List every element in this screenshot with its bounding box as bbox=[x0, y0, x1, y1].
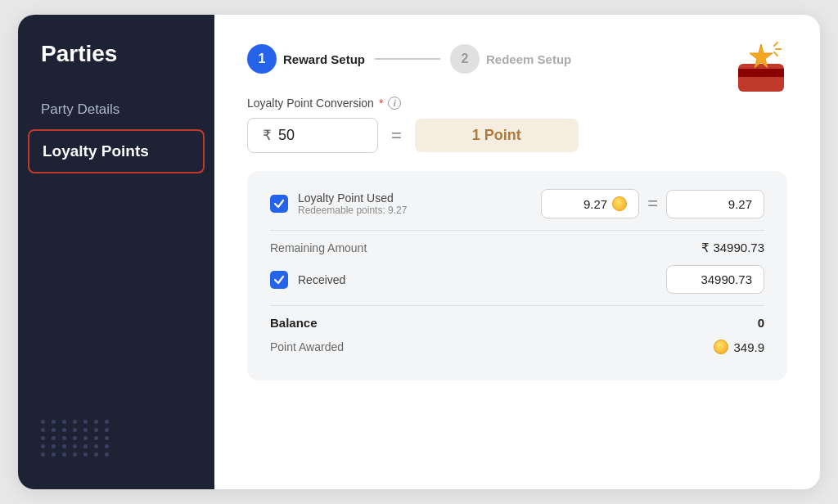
equals-sign: = bbox=[391, 125, 402, 146]
received-checkbox[interactable] bbox=[270, 271, 288, 289]
awarded-coin-icon bbox=[714, 340, 728, 354]
loyalty-value-display: 9.27 bbox=[666, 190, 764, 218]
balance-label: Balance bbox=[270, 316, 318, 330]
loyalty-equals: = bbox=[647, 193, 658, 214]
svg-line-3 bbox=[774, 43, 777, 46]
divider2 bbox=[270, 305, 764, 306]
svg-line-5 bbox=[774, 52, 777, 56]
point-awarded-value: 349.9 bbox=[714, 340, 764, 354]
loyalty-used-right: 9.27 = 9.27 bbox=[541, 189, 764, 218]
point-pill: 1 Point bbox=[415, 119, 579, 152]
main-card: Parties Party Details Loyalty Points bbox=[18, 15, 820, 489]
table-section: Loyalty Point Used Redeemable points: 9.… bbox=[247, 171, 787, 380]
svg-rect-1 bbox=[738, 69, 784, 77]
balance-row: Balance 0 bbox=[270, 316, 764, 330]
sidebar: Parties Party Details Loyalty Points bbox=[18, 15, 214, 489]
loyalty-points-input[interactable]: 9.27 bbox=[541, 189, 639, 218]
point-awarded-label: Point Awarded bbox=[270, 340, 344, 353]
loyalty-used-left: Loyalty Point Used Redeemable points: 9.… bbox=[270, 191, 407, 216]
decorative-dots bbox=[41, 420, 111, 457]
step1-circle: 1 bbox=[247, 44, 277, 74]
received-left: Received bbox=[270, 271, 345, 289]
loyalty-checkbox[interactable] bbox=[270, 195, 288, 213]
reward-icon bbox=[732, 38, 791, 97]
required-marker: * bbox=[379, 97, 383, 110]
loyalty-used-row: Loyalty Point Used Redeemable points: 9.… bbox=[270, 189, 764, 218]
rupee-symbol: ₹ bbox=[263, 127, 272, 144]
conversion-row: ₹ 50 = 1 Point bbox=[247, 118, 787, 153]
stepper: 1 Reward Setup 2 Redeem Setup bbox=[247, 44, 787, 74]
step2-circle: 2 bbox=[450, 44, 480, 74]
balance-value: 0 bbox=[758, 316, 764, 330]
main-content: 1 Reward Setup 2 Redeem Setup Loyalty Po… bbox=[214, 15, 820, 489]
conversion-input[interactable]: ₹ 50 bbox=[247, 118, 378, 153]
divider1 bbox=[270, 230, 764, 231]
svg-rect-0 bbox=[738, 64, 784, 92]
conversion-label: Loyalty Point Conversion * i bbox=[247, 97, 787, 110]
remaining-value: ₹ 34990.73 bbox=[701, 241, 764, 255]
coin-icon bbox=[612, 196, 627, 211]
sidebar-title: Parties bbox=[18, 41, 214, 90]
step2-label: Redeem Setup bbox=[486, 52, 571, 66]
loyalty-label: Loyalty Point Used Redeemable points: 9.… bbox=[298, 191, 407, 216]
received-row: Received 34990.73 bbox=[270, 265, 764, 294]
sidebar-item-loyalty-points[interactable]: Loyalty Points bbox=[28, 129, 205, 173]
received-input[interactable]: 34990.73 bbox=[666, 265, 764, 294]
point-awarded-row: Point Awarded 349.9 bbox=[270, 340, 764, 354]
info-icon[interactable]: i bbox=[388, 97, 401, 110]
received-label: Received bbox=[298, 273, 345, 286]
step-connector bbox=[375, 58, 440, 60]
step1-label: Reward Setup bbox=[283, 52, 365, 66]
remaining-label: Remaining Amount bbox=[270, 241, 367, 254]
sidebar-item-party-details[interactable]: Party Details bbox=[18, 90, 214, 129]
remaining-row: Remaining Amount ₹ 34990.73 bbox=[270, 241, 764, 255]
